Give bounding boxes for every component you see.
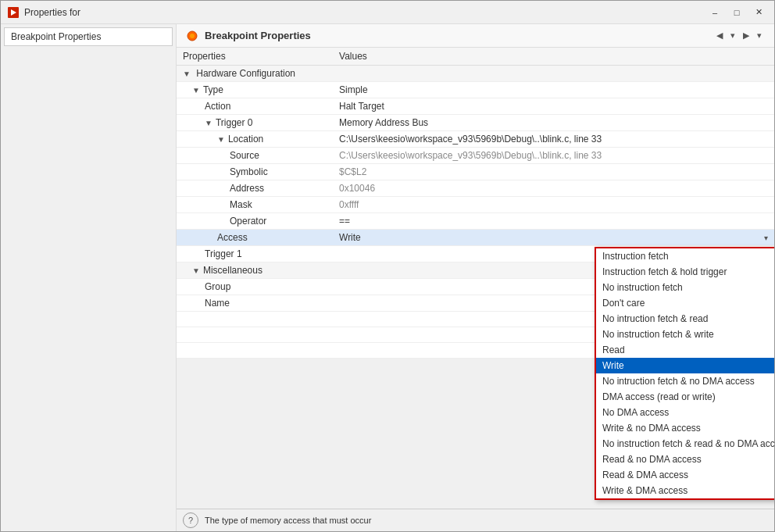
table-row: Symbolic $C$L2 — [177, 164, 774, 180]
col-values: Values — [333, 48, 774, 66]
collapse-icon[interactable]: ▼ — [192, 266, 200, 275]
content-header: Breakpoint Properties ◀ ▾ ▶ ▾ — [177, 24, 774, 48]
prop-label: Source — [177, 148, 333, 164]
sidebar-item-breakpoint-properties[interactable]: Breakpoint Properties — [4, 27, 173, 46]
app-icon — [7, 6, 20, 19]
back-button[interactable]: ◀ — [713, 29, 726, 42]
prop-value: C:\Users\keesio\workspace_v93\5969b\Debu… — [333, 131, 774, 148]
section-label: ▼Miscellaneous — [177, 262, 333, 279]
dropdown-option[interactable]: Read & no DMA access — [596, 452, 774, 467]
content-title: Breakpoint Properties — [205, 30, 707, 41]
help-button[interactable]: ? — [183, 512, 198, 528]
prop-label: Trigger 1 — [177, 246, 333, 262]
access-dropdown[interactable]: Write ▾ — [339, 232, 768, 243]
properties-container: Properties Values ▼ Hardware Configurati… — [177, 48, 774, 509]
main-content: Breakpoint Properties Breakpoint Propert… — [1, 24, 774, 531]
prop-label: Group — [177, 279, 333, 295]
prop-value: Simple — [333, 82, 774, 98]
access-value[interactable]: Write ▾ — [333, 230, 774, 246]
title-bar: Properties for – □ ✕ — [1, 1, 774, 24]
prop-value: C:\Users\keesio\workspace_v93\5969b\Debu… — [333, 148, 774, 164]
nav-buttons: ◀ ▾ ▶ ▾ — [713, 29, 765, 42]
prop-label: Name — [177, 295, 333, 312]
window-title: Properties for — [24, 7, 705, 18]
prop-value: $C$L2 — [333, 164, 774, 180]
dropdown-option[interactable]: Instruction fetch & hold trigger — [596, 264, 774, 280]
prop-label: ▼Type — [177, 82, 333, 98]
prop-label: Mask — [177, 197, 333, 213]
dropdown-option[interactable]: No instruction fetch & write — [596, 327, 774, 342]
breakpoint-icon — [186, 30, 198, 42]
close-button[interactable]: ✕ — [749, 5, 768, 20]
collapse-icon[interactable]: ▼ — [217, 135, 225, 144]
table-row: Mask 0xffff — [177, 197, 774, 213]
prop-label: Operator — [177, 213, 333, 230]
back-dropdown-button[interactable]: ▾ — [727, 29, 738, 42]
prop-value: Memory Address Bus — [333, 115, 774, 131]
minimize-button[interactable]: – — [705, 5, 724, 20]
prop-value: == — [333, 213, 774, 230]
dropdown-option[interactable]: Instruction fetch — [596, 248, 774, 264]
table-row: Source C:\Users\keesio\workspace_v93\596… — [177, 148, 774, 164]
prop-label: Symbolic — [177, 164, 333, 180]
section-text: Hardware Configuration — [196, 68, 295, 79]
access-label: Access — [177, 230, 333, 246]
dropdown-option[interactable]: No DMA access — [596, 405, 774, 420]
table-header-row: Properties Values — [177, 48, 774, 66]
section-label: ▼ Hardware Configuration — [177, 66, 774, 82]
table-row: ▼Type Simple — [177, 82, 774, 98]
access-row: Access Write ▾ — [177, 230, 774, 246]
dropdown-option[interactable]: Write & DMA access — [596, 483, 774, 498]
dropdown-option[interactable]: No instruction fetch — [596, 280, 774, 295]
table-row: ▼Trigger 0 Memory Address Bus — [177, 115, 774, 131]
dropdown-option[interactable]: No intruction fetch & no DMA access — [596, 373, 774, 389]
forward-button[interactable]: ▶ — [740, 29, 752, 42]
dropdown-option[interactable]: Read & DMA access — [596, 467, 774, 483]
prop-label: ▼Trigger 0 — [177, 115, 333, 131]
sidebar-item-label: Breakpoint Properties — [11, 31, 101, 42]
prop-value: 0x10046 — [333, 180, 774, 197]
table-row: ▼Location C:\Users\keesio\workspace_v93\… — [177, 131, 774, 148]
col-properties: Properties — [177, 48, 333, 66]
collapse-icon[interactable]: ▼ — [183, 70, 191, 78]
dropdown-option[interactable]: Write & no DMA access — [596, 420, 774, 436]
table-row: Action Halt Target — [177, 98, 774, 115]
table-row: Operator == — [177, 213, 774, 230]
prop-label: Action — [177, 98, 333, 115]
dropdown-option[interactable]: Read — [596, 342, 774, 358]
content-area: Breakpoint Properties ◀ ▾ ▶ ▾ Properties — [177, 24, 774, 531]
dropdown-option-selected[interactable]: Write — [596, 358, 774, 373]
access-current-value: Write — [339, 232, 361, 243]
table-row: ▼ Hardware Configuration — [177, 66, 774, 82]
window-controls: – □ ✕ — [705, 5, 768, 20]
maximize-button[interactable]: □ — [727, 5, 746, 20]
collapse-icon[interactable]: ▼ — [205, 119, 212, 127]
dropdown-option[interactable]: Don't care — [596, 295, 774, 311]
forward-dropdown-button[interactable]: ▾ — [754, 29, 765, 42]
collapse-icon[interactable]: ▼ — [192, 86, 200, 95]
access-dropdown-popup: Instruction fetch Instruction fetch & ho… — [595, 247, 774, 500]
main-window: Properties for – □ ✕ Breakpoint Properti… — [0, 0, 775, 532]
prop-label: Address — [177, 180, 333, 197]
help-icon-label: ? — [188, 516, 193, 525]
sidebar: Breakpoint Properties — [1, 24, 177, 531]
status-text: The type of memory access that must occu… — [205, 516, 371, 525]
dropdown-option[interactable]: No intruction fetch & read — [596, 311, 774, 327]
dropdown-option[interactable]: No instruction fetch & read & no DMA acc… — [596, 436, 774, 452]
dropdown-arrow-icon[interactable]: ▾ — [764, 234, 768, 242]
prop-value: Halt Target — [333, 98, 774, 115]
svg-point-3 — [190, 34, 195, 38]
dropdown-option[interactable]: DMA access (read or write) — [596, 389, 774, 405]
status-bar: ? The type of memory access that must oc… — [177, 509, 774, 531]
prop-label: ▼Location — [177, 131, 333, 148]
prop-value: 0xffff — [333, 197, 774, 213]
table-row: Address 0x10046 — [177, 180, 774, 197]
